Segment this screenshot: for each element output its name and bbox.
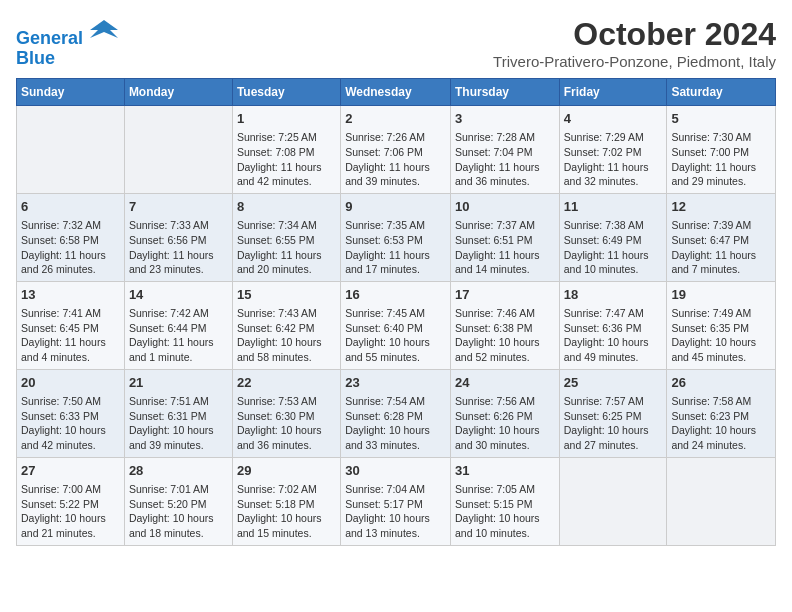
day-cell: 20Sunrise: 7:50 AM Sunset: 6:33 PM Dayli… xyxy=(17,369,125,457)
day-cell: 15Sunrise: 7:43 AM Sunset: 6:42 PM Dayli… xyxy=(232,281,340,369)
header-thursday: Thursday xyxy=(450,79,559,106)
day-cell: 22Sunrise: 7:53 AM Sunset: 6:30 PM Dayli… xyxy=(232,369,340,457)
day-number: 7 xyxy=(129,198,228,216)
day-number: 8 xyxy=(237,198,336,216)
day-info: Sunrise: 7:39 AM Sunset: 6:47 PM Dayligh… xyxy=(671,218,771,277)
day-info: Sunrise: 7:05 AM Sunset: 5:15 PM Dayligh… xyxy=(455,482,555,541)
day-info: Sunrise: 7:46 AM Sunset: 6:38 PM Dayligh… xyxy=(455,306,555,365)
calendar-table: SundayMondayTuesdayWednesdayThursdayFrid… xyxy=(16,78,776,546)
day-info: Sunrise: 7:57 AM Sunset: 6:25 PM Dayligh… xyxy=(564,394,663,453)
day-cell xyxy=(559,457,667,545)
day-number: 15 xyxy=(237,286,336,304)
day-cell: 29Sunrise: 7:02 AM Sunset: 5:18 PM Dayli… xyxy=(232,457,340,545)
day-number: 16 xyxy=(345,286,446,304)
day-number: 30 xyxy=(345,462,446,480)
day-info: Sunrise: 7:01 AM Sunset: 5:20 PM Dayligh… xyxy=(129,482,228,541)
day-cell: 6Sunrise: 7:32 AM Sunset: 6:58 PM Daylig… xyxy=(17,193,125,281)
logo: General Blue xyxy=(16,16,118,69)
day-cell: 14Sunrise: 7:42 AM Sunset: 6:44 PM Dayli… xyxy=(124,281,232,369)
day-number: 24 xyxy=(455,374,555,392)
day-info: Sunrise: 7:26 AM Sunset: 7:06 PM Dayligh… xyxy=(345,130,446,189)
day-info: Sunrise: 7:25 AM Sunset: 7:08 PM Dayligh… xyxy=(237,130,336,189)
day-cell xyxy=(124,106,232,194)
day-cell: 7Sunrise: 7:33 AM Sunset: 6:56 PM Daylig… xyxy=(124,193,232,281)
day-info: Sunrise: 7:54 AM Sunset: 6:28 PM Dayligh… xyxy=(345,394,446,453)
day-number: 11 xyxy=(564,198,663,216)
day-cell: 19Sunrise: 7:49 AM Sunset: 6:35 PM Dayli… xyxy=(667,281,776,369)
day-cell: 16Sunrise: 7:45 AM Sunset: 6:40 PM Dayli… xyxy=(341,281,451,369)
day-number: 1 xyxy=(237,110,336,128)
header-wednesday: Wednesday xyxy=(341,79,451,106)
week-row-3: 20Sunrise: 7:50 AM Sunset: 6:33 PM Dayli… xyxy=(17,369,776,457)
day-cell: 27Sunrise: 7:00 AM Sunset: 5:22 PM Dayli… xyxy=(17,457,125,545)
day-cell: 23Sunrise: 7:54 AM Sunset: 6:28 PM Dayli… xyxy=(341,369,451,457)
day-info: Sunrise: 7:51 AM Sunset: 6:31 PM Dayligh… xyxy=(129,394,228,453)
day-info: Sunrise: 7:56 AM Sunset: 6:26 PM Dayligh… xyxy=(455,394,555,453)
week-row-2: 13Sunrise: 7:41 AM Sunset: 6:45 PM Dayli… xyxy=(17,281,776,369)
header-sunday: Sunday xyxy=(17,79,125,106)
header-friday: Friday xyxy=(559,79,667,106)
day-cell: 25Sunrise: 7:57 AM Sunset: 6:25 PM Dayli… xyxy=(559,369,667,457)
day-number: 9 xyxy=(345,198,446,216)
header-tuesday: Tuesday xyxy=(232,79,340,106)
day-cell: 21Sunrise: 7:51 AM Sunset: 6:31 PM Dayli… xyxy=(124,369,232,457)
page-title: October 2024 xyxy=(493,16,776,53)
week-row-4: 27Sunrise: 7:00 AM Sunset: 5:22 PM Dayli… xyxy=(17,457,776,545)
day-cell: 3Sunrise: 7:28 AM Sunset: 7:04 PM Daylig… xyxy=(450,106,559,194)
day-number: 23 xyxy=(345,374,446,392)
day-number: 10 xyxy=(455,198,555,216)
day-number: 14 xyxy=(129,286,228,304)
day-number: 13 xyxy=(21,286,120,304)
day-number: 6 xyxy=(21,198,120,216)
day-cell: 4Sunrise: 7:29 AM Sunset: 7:02 PM Daylig… xyxy=(559,106,667,194)
day-cell: 13Sunrise: 7:41 AM Sunset: 6:45 PM Dayli… xyxy=(17,281,125,369)
day-number: 27 xyxy=(21,462,120,480)
day-number: 21 xyxy=(129,374,228,392)
week-row-0: 1Sunrise: 7:25 AM Sunset: 7:08 PM Daylig… xyxy=(17,106,776,194)
day-number: 22 xyxy=(237,374,336,392)
title-block: October 2024 Trivero-Prativero-Ponzone, … xyxy=(493,16,776,70)
day-number: 18 xyxy=(564,286,663,304)
header-monday: Monday xyxy=(124,79,232,106)
day-info: Sunrise: 7:41 AM Sunset: 6:45 PM Dayligh… xyxy=(21,306,120,365)
day-info: Sunrise: 7:53 AM Sunset: 6:30 PM Dayligh… xyxy=(237,394,336,453)
day-info: Sunrise: 7:34 AM Sunset: 6:55 PM Dayligh… xyxy=(237,218,336,277)
day-info: Sunrise: 7:37 AM Sunset: 6:51 PM Dayligh… xyxy=(455,218,555,277)
day-cell: 24Sunrise: 7:56 AM Sunset: 6:26 PM Dayli… xyxy=(450,369,559,457)
day-info: Sunrise: 7:58 AM Sunset: 6:23 PM Dayligh… xyxy=(671,394,771,453)
day-cell xyxy=(667,457,776,545)
logo-text: General xyxy=(16,16,118,49)
day-number: 12 xyxy=(671,198,771,216)
day-cell: 17Sunrise: 7:46 AM Sunset: 6:38 PM Dayli… xyxy=(450,281,559,369)
header-saturday: Saturday xyxy=(667,79,776,106)
logo-bird-icon xyxy=(90,16,118,44)
day-info: Sunrise: 7:33 AM Sunset: 6:56 PM Dayligh… xyxy=(129,218,228,277)
day-info: Sunrise: 7:04 AM Sunset: 5:17 PM Dayligh… xyxy=(345,482,446,541)
day-number: 17 xyxy=(455,286,555,304)
day-info: Sunrise: 7:30 AM Sunset: 7:00 PM Dayligh… xyxy=(671,130,771,189)
day-info: Sunrise: 7:50 AM Sunset: 6:33 PM Dayligh… xyxy=(21,394,120,453)
day-number: 4 xyxy=(564,110,663,128)
logo-general: General xyxy=(16,28,83,48)
day-cell: 26Sunrise: 7:58 AM Sunset: 6:23 PM Dayli… xyxy=(667,369,776,457)
day-info: Sunrise: 7:29 AM Sunset: 7:02 PM Dayligh… xyxy=(564,130,663,189)
day-info: Sunrise: 7:38 AM Sunset: 6:49 PM Dayligh… xyxy=(564,218,663,277)
logo-blue: Blue xyxy=(16,49,118,69)
day-cell: 12Sunrise: 7:39 AM Sunset: 6:47 PM Dayli… xyxy=(667,193,776,281)
page-subtitle: Trivero-Prativero-Ponzone, Piedmont, Ita… xyxy=(493,53,776,70)
day-number: 25 xyxy=(564,374,663,392)
day-cell xyxy=(17,106,125,194)
svg-marker-0 xyxy=(90,20,118,38)
week-row-1: 6Sunrise: 7:32 AM Sunset: 6:58 PM Daylig… xyxy=(17,193,776,281)
day-number: 19 xyxy=(671,286,771,304)
day-info: Sunrise: 7:42 AM Sunset: 6:44 PM Dayligh… xyxy=(129,306,228,365)
day-number: 31 xyxy=(455,462,555,480)
day-info: Sunrise: 7:02 AM Sunset: 5:18 PM Dayligh… xyxy=(237,482,336,541)
day-cell: 11Sunrise: 7:38 AM Sunset: 6:49 PM Dayli… xyxy=(559,193,667,281)
day-cell: 5Sunrise: 7:30 AM Sunset: 7:00 PM Daylig… xyxy=(667,106,776,194)
day-number: 20 xyxy=(21,374,120,392)
day-number: 3 xyxy=(455,110,555,128)
day-number: 26 xyxy=(671,374,771,392)
day-info: Sunrise: 7:43 AM Sunset: 6:42 PM Dayligh… xyxy=(237,306,336,365)
calendar-header-row: SundayMondayTuesdayWednesdayThursdayFrid… xyxy=(17,79,776,106)
